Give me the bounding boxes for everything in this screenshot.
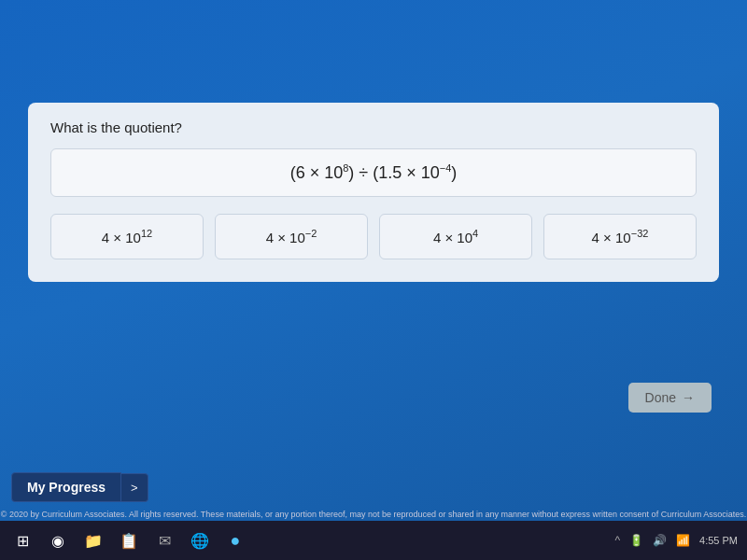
choice-b[interactable]: 4 × 10−2 xyxy=(215,214,368,259)
choice-a[interactable]: 4 × 1012 xyxy=(50,214,204,259)
taskbar-search-icon[interactable]: ◉ xyxy=(45,527,71,553)
done-arrow: → xyxy=(682,390,695,405)
choice-d[interactable]: 4 × 10−32 xyxy=(543,214,697,259)
my-progress-button[interactable]: My Progress xyxy=(11,472,121,502)
taskbar: ⊞ ◉ 📁 📋 ✉ 🌐 ● ^ 🔋 🔊 📶 4:55 PM xyxy=(0,521,747,560)
question-card: What is the quotient? (6 × 108) ÷ (1.5 ×… xyxy=(28,103,719,282)
taskbar-clock: 4:55 PM xyxy=(699,535,738,546)
taskbar-battery-icon: 🔋 xyxy=(629,534,643,547)
my-progress-chevron[interactable]: > xyxy=(121,473,148,502)
my-progress-bar: My Progress > xyxy=(0,472,747,502)
main-background: What is the quotient? (6 × 108) ÷ (1.5 ×… xyxy=(0,0,747,560)
choice-c[interactable]: 4 × 104 xyxy=(379,214,532,259)
question-label: What is the quotient? xyxy=(50,119,697,135)
taskbar-notes-icon[interactable]: 📋 xyxy=(116,527,142,553)
taskbar-chrome-icon[interactable]: ● xyxy=(222,527,248,553)
done-label: Done xyxy=(645,390,676,405)
taskbar-mail-icon[interactable]: ✉ xyxy=(151,527,177,553)
taskbar-network-icon: 📶 xyxy=(676,534,690,547)
taskbar-globe-icon[interactable]: 🌐 xyxy=(187,527,213,553)
taskbar-volume-icon: 🔊 xyxy=(653,534,667,547)
taskbar-file-icon[interactable]: 📁 xyxy=(80,527,106,553)
copyright-text: © 2020 by Curriculum Associates. All rig… xyxy=(0,510,747,519)
math-expression: (6 × 108) ÷ (1.5 × 10−4) xyxy=(290,162,458,183)
done-button[interactable]: Done → xyxy=(628,383,712,413)
taskbar-start-icon[interactable]: ⊞ xyxy=(9,527,35,553)
answer-choices: 4 × 1012 4 × 10−2 4 × 104 4 × 10−32 xyxy=(50,214,697,259)
taskbar-chevron-icon: ^ xyxy=(614,534,620,547)
taskbar-right: ^ 🔋 🔊 📶 4:55 PM xyxy=(614,534,738,547)
expression-box: (6 × 108) ÷ (1.5 × 10−4) xyxy=(50,148,697,197)
